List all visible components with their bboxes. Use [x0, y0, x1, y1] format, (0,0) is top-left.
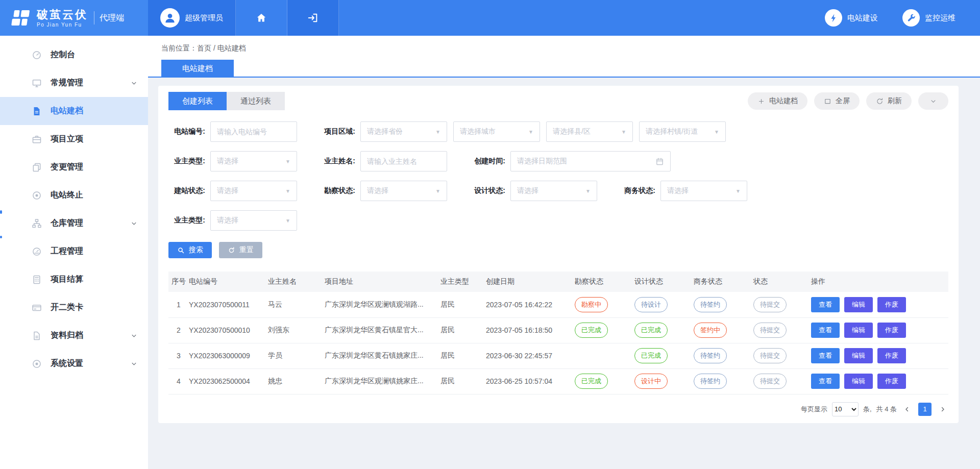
sidebar-item-7[interactable]: 工程管理: [0, 237, 148, 265]
page-tab[interactable]: 电站建档: [161, 60, 234, 77]
list-tabs: 创建列表通过列表: [168, 92, 285, 110]
sidebar-item-label: 开二类卡: [51, 302, 83, 313]
view-button[interactable]: 查看: [811, 323, 840, 338]
status-status-cell: 待提交: [752, 343, 810, 368]
status-badge: 待设计: [634, 297, 668, 312]
nav-power-construction[interactable]: 电站建设: [825, 0, 878, 36]
sidebar-item-label: 项目立项: [51, 134, 83, 144]
column-header: 业主姓名: [267, 271, 324, 292]
status-status-cell: 待提交: [752, 292, 810, 317]
owner-name-input[interactable]: [360, 151, 447, 171]
card-toolbar: 电站建档全屏刷新: [748, 92, 948, 110]
filter-field: 商务状态:请选择▼: [619, 181, 747, 201]
design-status-cell: 设计中: [633, 368, 693, 394]
row-actions: 查看编辑作废: [810, 292, 948, 317]
sidebar-item-label: 项目结算: [51, 274, 83, 285]
create-time-range[interactable]: 请选择日期范围: [510, 151, 671, 171]
filter-field: 项目区域:请选择省份▼请选择城市▼请选择县/区▼请选择村镇/街道▼: [318, 121, 726, 142]
sidebar-item-5[interactable]: 电站终止: [0, 181, 148, 209]
city-select[interactable]: 请选择城市▼: [453, 121, 540, 142]
sidebar-item-10[interactable]: 资料归档: [0, 322, 148, 350]
home-button[interactable]: [236, 0, 287, 36]
caret-down-icon: ▼: [435, 188, 440, 194]
business-status-select[interactable]: 请选择▼: [660, 181, 747, 201]
user-menu[interactable]: 超级管理员: [148, 0, 236, 36]
breadcrumb-label: 当前位置：: [161, 44, 197, 52]
status-status-cell: 待提交: [752, 317, 810, 343]
sidebar-item-3[interactable]: 项目立项: [0, 125, 148, 153]
edit-button[interactable]: 编辑: [844, 348, 873, 363]
void-button[interactable]: 作废: [877, 374, 906, 389]
build-status-select[interactable]: 请选择▼: [210, 181, 297, 201]
status-badge: 签约中: [694, 323, 727, 338]
prev-page-button[interactable]: [901, 406, 913, 413]
business-status-cell: 待签约: [693, 292, 752, 317]
sidebar-item-0[interactable]: 控制台: [0, 41, 148, 69]
sidebar-item-4[interactable]: 变更管理: [0, 153, 148, 181]
sidebar-item-2[interactable]: 电站建档: [0, 97, 148, 125]
copy-icon: [32, 162, 42, 172]
view-button[interactable]: 查看: [811, 348, 840, 363]
void-button[interactable]: 作废: [877, 348, 906, 363]
district-select[interactable]: 请选择县/区▼: [546, 121, 633, 142]
void-button[interactable]: 作废: [877, 323, 906, 338]
table-row: 2YX2023070500010刘强东广东深圳龙华区黄石镇星官大...居民202…: [168, 317, 948, 343]
town-select[interactable]: 请选择村镇/街道▼: [639, 121, 726, 142]
design-status-select[interactable]: 请选择▼: [510, 181, 597, 201]
edit-button[interactable]: 编辑: [844, 323, 873, 338]
logo[interactable]: 破茧云伏 Po Jian Yun Fu 代理端: [0, 0, 148, 36]
design-status-cell: 待设计: [633, 292, 693, 317]
view-button[interactable]: 查看: [811, 374, 840, 389]
row-actions: 查看编辑作废: [810, 343, 948, 368]
breadcrumb-path[interactable]: 首页 / 电站建档: [197, 44, 246, 52]
fullscreen-button[interactable]: 全屏: [814, 92, 860, 110]
sidebar-item-9[interactable]: 开二类卡: [0, 293, 148, 322]
edit-button[interactable]: 编辑: [844, 374, 873, 389]
business-status-cell: 待签约: [693, 343, 752, 368]
owner-type-select-2[interactable]: 请选择▼: [210, 210, 297, 231]
owner-type: 居民: [439, 292, 485, 317]
logout-icon: [307, 12, 318, 23]
project-address: 广东深圳龙华区黄石镇姚家庄...: [324, 343, 439, 368]
nav-monitor-ops[interactable]: 监控运维: [902, 0, 955, 36]
owner-name: 姚忠: [267, 368, 324, 394]
search-button[interactable]: 搜索: [168, 242, 212, 258]
refresh-button[interactable]: 刷新: [866, 92, 912, 110]
status-badge: 设计中: [634, 374, 668, 389]
topbar: 当前位置：首页 / 电站建档 电站建档: [148, 36, 980, 78]
sidebar-item-11[interactable]: 系统设置: [0, 350, 148, 378]
next-page-button[interactable]: [937, 406, 948, 413]
content-card: 创建列表通过列表 电站建档全屏刷新 电站编号:项目区域:请选择省份▼请选择城市▼…: [158, 86, 959, 423]
filter-label: 电站编号:: [168, 127, 210, 136]
owner-type-select[interactable]: 请选择▼: [210, 151, 297, 171]
sidebar-item-6[interactable]: 仓库管理: [0, 209, 148, 237]
void-button[interactable]: 作废: [877, 297, 906, 312]
reset-button[interactable]: 重置: [219, 242, 262, 258]
column-header: 设计状态: [633, 271, 693, 292]
logout-button[interactable]: [287, 0, 339, 36]
tab-passed-list[interactable]: 通过列表: [227, 92, 285, 110]
current-page[interactable]: 1: [918, 403, 932, 416]
tab-create-list[interactable]: 创建列表: [168, 92, 227, 110]
filter-field: 建站状态:请选择▼: [168, 181, 297, 201]
per-page-select[interactable]: 10: [832, 402, 859, 416]
refresh-icon: [876, 97, 884, 105]
column-header: 操作: [810, 271, 948, 292]
survey-status-select[interactable]: 请选择▼: [360, 181, 447, 201]
edit-button[interactable]: 编辑: [844, 297, 873, 312]
province-select[interactable]: 请选择省份▼: [360, 121, 447, 142]
doc-icon: [32, 106, 42, 116]
owner-name: 学员: [267, 343, 324, 368]
collapse-button[interactable]: [918, 92, 948, 110]
filter-field: 业主类型:请选择▼: [168, 210, 297, 231]
created-date: 2023-07-05 16:42:22: [485, 292, 574, 317]
add-station-button[interactable]: 电站建档: [748, 92, 807, 110]
sidebar-item-8[interactable]: 项目结算: [0, 265, 148, 293]
view-button[interactable]: 查看: [811, 297, 840, 312]
monitor-icon: [32, 78, 42, 88]
sidebar-item-label: 仓库管理: [51, 218, 83, 229]
caret-down-icon: ▼: [528, 129, 533, 135]
sidebar-item-1[interactable]: 常规管理: [0, 69, 148, 97]
station-code-input[interactable]: [210, 121, 297, 142]
caret-down-icon: ▼: [285, 218, 290, 224]
